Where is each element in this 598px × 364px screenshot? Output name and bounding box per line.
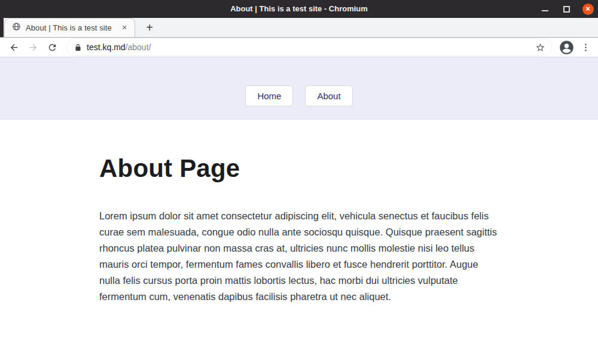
address-bar[interactable]: test.kq.md/about/ (67, 39, 551, 56)
minimize-button[interactable] (538, 2, 551, 16)
close-button[interactable]: × (581, 2, 594, 16)
site-content: About Page Lorem ipsum dolor sit amet co… (0, 120, 598, 305)
window-title: About | This is a test site - Chromium (0, 0, 598, 18)
nav-button-home[interactable]: Home (245, 85, 293, 106)
browser-menu-button[interactable] (581, 42, 591, 53)
browser-window: About | This is a test site - Chromium × (0, 0, 598, 364)
reload-icon (47, 42, 57, 53)
titlebar[interactable]: About | This is a test site - Chromium × (0, 0, 598, 18)
close-icon: × (582, 4, 594, 15)
new-tab-button[interactable]: + (141, 19, 158, 36)
profile-avatar-button[interactable] (559, 39, 575, 56)
tab-title: About | This is a test site (26, 23, 114, 32)
reload-button[interactable] (44, 39, 60, 55)
site-header: Home About (0, 57, 598, 120)
nav-button-about[interactable]: About (305, 85, 352, 106)
browser-toolbar: test.kq.md/about/ (0, 37, 598, 57)
page-viewport: Home About About Page Lorem ipsum dolor … (0, 57, 598, 364)
avatar-icon (559, 39, 575, 56)
maximize-icon (563, 6, 570, 13)
body-paragraph: Lorem ipsum dolor sit amet consectetur a… (99, 208, 498, 305)
tab-about[interactable]: About | This is a test site × (4, 18, 135, 37)
url-text: test.kq.md/about/ (87, 42, 530, 52)
page-title: About Page (99, 154, 598, 183)
forward-icon (28, 42, 38, 53)
back-button[interactable] (6, 39, 22, 55)
lock-icon[interactable] (74, 44, 82, 51)
tab-strip: About | This is a test site × + (0, 18, 598, 37)
globe-icon (12, 22, 21, 33)
maximize-button[interactable] (560, 2, 573, 16)
url-path: /about/ (126, 42, 151, 52)
back-icon (9, 42, 19, 53)
forward-button[interactable] (25, 39, 41, 55)
tab-close-icon[interactable]: × (119, 23, 130, 33)
window-frame-edge (0, 18, 4, 37)
bookmark-star-button[interactable] (535, 42, 545, 53)
minimize-icon (542, 10, 548, 11)
window-controls: × (538, 0, 594, 18)
url-host: test.kq.md (87, 42, 126, 52)
kebab-menu-icon (581, 42, 591, 53)
